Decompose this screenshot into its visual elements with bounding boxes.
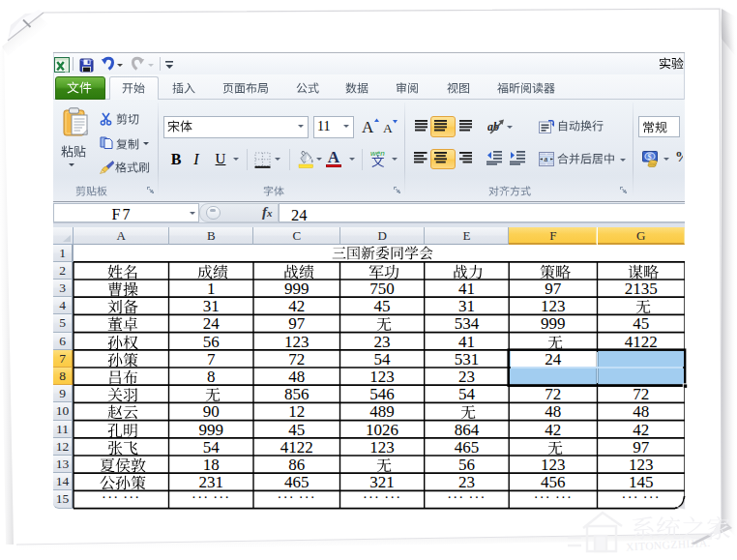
svg-text:A: A	[362, 118, 374, 135]
svg-text:$: $	[648, 153, 652, 162]
svg-text:A: A	[383, 121, 393, 135]
svg-text:a: a	[545, 154, 548, 163]
